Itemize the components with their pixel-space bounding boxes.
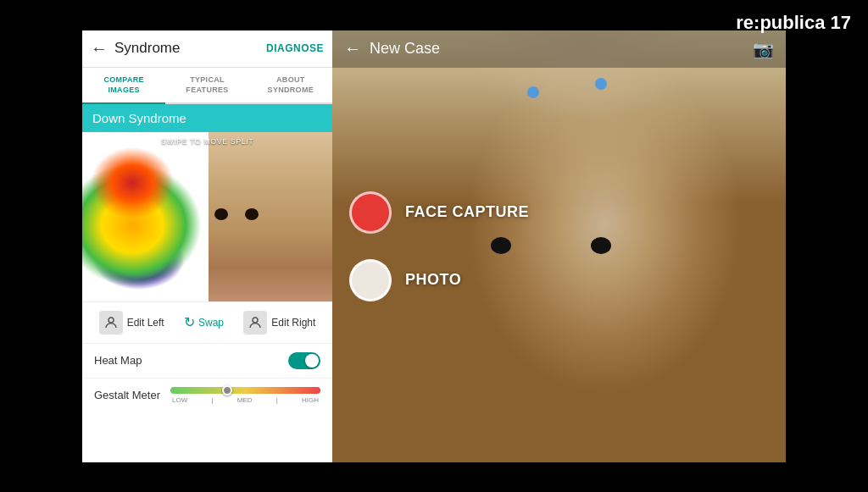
photo-option: PHOTO — [349, 259, 786, 301]
gestalt-meter-row: Gestalt Meter LOW | MED | HIGH — [82, 379, 332, 412]
baby-full-eye-left — [491, 237, 511, 254]
meter-labels: LOW | MED | HIGH — [170, 396, 320, 404]
gestalt-meter: LOW | MED | HIGH — [170, 387, 320, 404]
right-back-arrow-icon[interactable]: ← — [344, 39, 361, 58]
tab-bar: COMPARE IMAGES TYPICAL FEATURES ABOUT SY… — [82, 68, 332, 104]
edit-left-label: Edit Left — [127, 317, 164, 329]
gestalt-meter-label: Gestalt Meter — [94, 389, 170, 401]
app-title: Syndrome — [114, 40, 266, 57]
edit-right-button[interactable]: Edit Right — [243, 311, 315, 334]
republica-logo: re:publica 17 — [736, 12, 851, 34]
camera-overlay: FACE CAPTURE PHOTO — [332, 30, 786, 462]
tab-about-syndrome[interactable]: ABOUT SYNDROME — [249, 68, 332, 104]
tab-typical-features[interactable]: TYPICAL FEATURES — [165, 68, 248, 104]
swap-label: Swap — [198, 317, 224, 329]
left-panel: ← Syndrome DIAGNOSE COMPARE IMAGES TYPIC… — [82, 30, 332, 462]
tab-compare-images[interactable]: COMPARE IMAGES — [82, 68, 165, 104]
heat-map-row: Heat Map — [82, 344, 332, 379]
meter-indicator — [222, 385, 232, 395]
meter-sep2: | — [276, 396, 278, 404]
diagnose-button[interactable]: DIAGNOSE — [266, 42, 324, 54]
app-header: ← Syndrome DIAGNOSE — [82, 30, 332, 68]
meter-bar — [170, 387, 320, 394]
heat-map-toggle[interactable] — [288, 352, 320, 369]
edit-controls-bar: Edit Left ↻ Swap Edit Right — [82, 301, 332, 344]
heat-map-label: Heat Map — [94, 354, 288, 367]
svg-point-1 — [253, 318, 258, 323]
toggle-thumb — [305, 354, 319, 368]
screen-wrapper: ← Syndrome DIAGNOSE COMPARE IMAGES TYPIC… — [82, 30, 786, 462]
baby-eye-right — [245, 208, 259, 220]
edit-right-label: Edit Right — [271, 317, 315, 329]
meter-high-label: HIGH — [302, 396, 319, 404]
syndrome-label: Down Syndrome — [82, 104, 332, 132]
face-capture-label: FACE CAPTURE — [405, 203, 529, 221]
right-panel-header: ← New Case 📷 — [332, 30, 786, 68]
baby-eye-left — [214, 208, 228, 220]
swap-icon: ↻ — [184, 314, 195, 330]
image-compare-area[interactable]: SWIPE TO MOVE SPLIT — [82, 132, 332, 301]
right-panel-title: New Case — [370, 40, 753, 58]
split-divider — [207, 132, 209, 301]
photo-button[interactable] — [349, 259, 392, 301]
svg-point-0 — [108, 318, 114, 323]
camera-icon-button[interactable]: 📷 — [753, 39, 774, 59]
edit-right-icon — [243, 311, 267, 334]
edit-left-button[interactable]: Edit Left — [99, 311, 164, 334]
swipe-hint: SWIPE TO MOVE SPLIT — [161, 137, 254, 146]
back-arrow-icon[interactable]: ← — [91, 39, 108, 58]
photo-label: PHOTO — [405, 271, 461, 289]
face-capture-option: FACE CAPTURE — [349, 191, 786, 234]
meter-sep1: | — [211, 396, 213, 404]
baby-full-eye-right — [591, 237, 611, 254]
meter-med-label: MED — [237, 396, 253, 404]
face-capture-button[interactable] — [349, 191, 392, 234]
right-panel: ← New Case 📷 FACE CAPTURE PHOTO — [332, 30, 786, 462]
meter-low-label: LOW — [172, 396, 187, 404]
edit-left-icon — [99, 311, 123, 334]
swap-button[interactable]: ↻ Swap — [184, 314, 224, 330]
